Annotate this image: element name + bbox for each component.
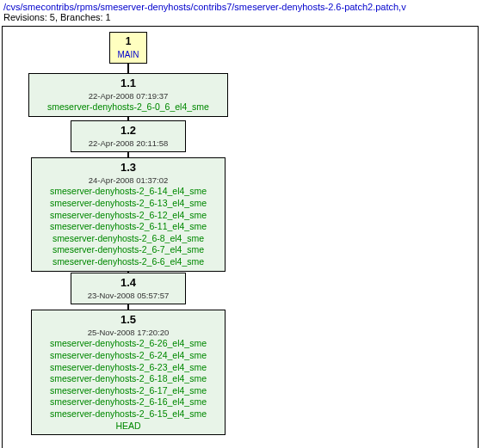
rev-date: 23-Nov-2008 05:57:57 bbox=[78, 291, 178, 301]
rev-tag: smeserver-denyhosts-2_6-13_el4_sme bbox=[39, 198, 218, 210]
rev-tag: smeserver-denyhosts-2_6-11_el4_sme bbox=[39, 221, 218, 233]
revision-1-4[interactable]: 1.4 23-Nov-2008 05:57:57 bbox=[71, 273, 186, 304]
rev-tag: smeserver-denyhosts-2_6-23_el4_sme bbox=[39, 362, 218, 374]
rev-tag: HEAD bbox=[39, 420, 218, 433]
rev-num: 1.1 bbox=[36, 77, 220, 91]
revision-1-1[interactable]: 1.1 22-Apr-2008 07:19:37 smeserver-denyh… bbox=[28, 73, 228, 117]
rev-tag: smeserver-denyhosts-2_6-15_el4_sme bbox=[39, 408, 218, 420]
file-path: /cvs/smecontribs/rpms/smeserver-denyhost… bbox=[3, 2, 406, 12]
rev-date: 22-Apr-2008 07:19:37 bbox=[36, 91, 220, 101]
revision-1-3[interactable]: 1.3 24-Apr-2008 01:37:02 smeserver-denyh… bbox=[31, 157, 226, 272]
rev-date: 22-Apr-2008 20:11:58 bbox=[78, 138, 178, 149]
rev-tag: smeserver-denyhosts-2_6-18_el4_sme bbox=[39, 373, 218, 385]
rev-num: 1.3 bbox=[39, 161, 218, 175]
header: /cvs/smecontribs/rpms/smeserver-denyhost… bbox=[0, 0, 482, 24]
rev-tag: smeserver-denyhosts-2_6-0_6_el4_sme bbox=[36, 101, 220, 114]
rev-num: 1.5 bbox=[39, 313, 218, 328]
rev-tag: smeserver-denyhosts-2_6-6_el4_sme bbox=[39, 256, 218, 268]
revision-graph: 1 MAIN 1.1 22-Apr-2008 07:19:37 smeserve… bbox=[2, 26, 479, 448]
rev-tag: smeserver-denyhosts-2_6-24_el4_sme bbox=[39, 350, 218, 362]
rev-tag: smeserver-denyhosts-2_6-16_el4_sme bbox=[39, 396, 218, 408]
branch-main[interactable]: 1 MAIN bbox=[109, 32, 147, 64]
rev-tag: smeserver-denyhosts-2_6-17_el4_sme bbox=[39, 385, 218, 397]
rev-num: 1.4 bbox=[78, 276, 178, 291]
branch-label: MAIN bbox=[117, 49, 139, 60]
rev-tag: smeserver-denyhosts-2_6-7_el4_sme bbox=[39, 244, 218, 256]
rev-date: 24-Apr-2008 01:37:02 bbox=[39, 175, 218, 186]
rev-date: 25-Nov-2008 17:20:20 bbox=[39, 328, 218, 338]
rev-tag: smeserver-denyhosts-2_6-26_el4_sme bbox=[39, 338, 218, 350]
rev-tag: smeserver-denyhosts-2_6-8_el4_sme bbox=[39, 233, 218, 245]
branch-num: 1 bbox=[117, 35, 139, 49]
rev-num: 1.2 bbox=[78, 124, 178, 138]
revision-1-2[interactable]: 1.2 22-Apr-2008 20:11:58 bbox=[71, 120, 186, 152]
revision-1-5[interactable]: 1.5 25-Nov-2008 17:20:20 smeserver-denyh… bbox=[31, 310, 226, 435]
revisions-info: Revisions: 5, Branches: 1 bbox=[3, 12, 111, 22]
rev-tag: smeserver-denyhosts-2_6-14_el4_sme bbox=[39, 186, 218, 198]
rev-tag: smeserver-denyhosts-2_6-12_el4_sme bbox=[39, 210, 218, 222]
